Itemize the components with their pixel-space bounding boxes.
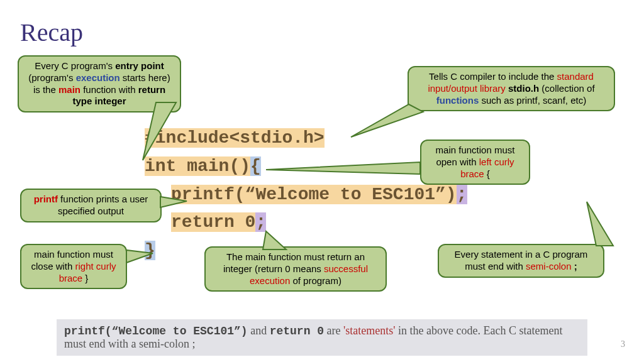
page-number: 3 [621, 339, 625, 349]
page-title: Recap [20, 18, 83, 47]
callout-semicolon: Every statement in a C program must end … [438, 244, 604, 278]
footer-note: printf(“Welcome to ESC101”) and return 0… [57, 319, 587, 356]
callout-close-brace: main function must close with right curl… [20, 244, 127, 289]
callout-printf: printf function prints a user specified … [20, 189, 162, 222]
callout-entry-point: Every C program's entry point (program's… [18, 55, 181, 112]
code-semicolon-2: ; [255, 212, 266, 232]
svg-marker-6 [587, 202, 613, 246]
code-line-include: #include<stdio.h> [145, 128, 325, 148]
code-semicolon-1: ; [457, 185, 467, 204]
callout-stdio: Tells C compiler to include the standard… [408, 66, 615, 111]
code-open-brace: { [250, 156, 261, 176]
code-block: #include<stdio.h> int main(){ printf(“We… [145, 124, 467, 265]
code-line-main: int main() [145, 156, 250, 176]
code-line-return: return 0 [171, 212, 255, 232]
callout-return: The main function must return an integer… [204, 246, 387, 292]
callout-open-brace: main function must open with left curly … [420, 140, 530, 185]
code-close-brace: } [145, 241, 155, 260]
code-line-printf: printf(“Welcome to ESC101”) [171, 185, 457, 204]
